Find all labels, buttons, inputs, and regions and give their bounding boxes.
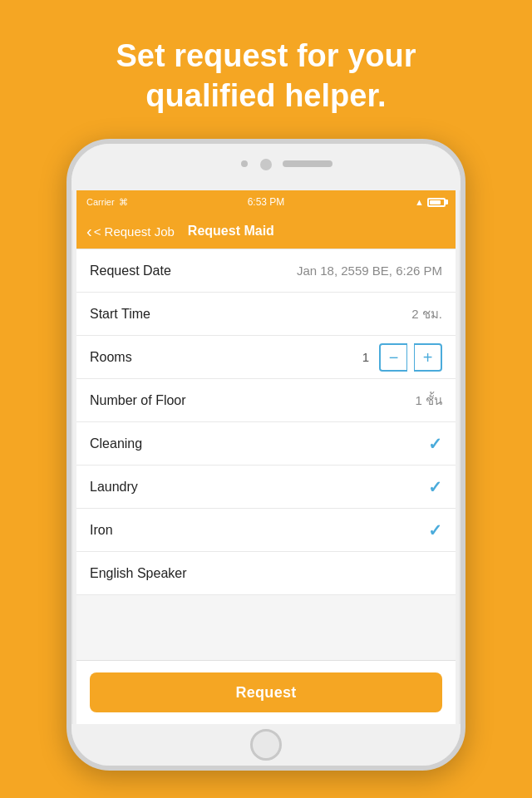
iron-label: Iron — [90, 523, 113, 538]
back-label[interactable]: < Request Job — [94, 224, 175, 239]
header-line1: Set request for your — [116, 38, 416, 73]
phone-shell: Carrier ⌘ 6:53 PM ▲ ‹ < Request Job Requ… — [66, 139, 466, 771]
request-date-label: Request Date — [90, 264, 171, 278]
request-button[interactable]: Request — [90, 672, 442, 712]
english-speaker-label: English Speaker — [90, 566, 187, 581]
laundry-label: Laundry — [90, 480, 138, 495]
form-content: Request Date Jan 18, 2559 BE, 6:26 PM St… — [76, 249, 456, 660]
nav-bar: ‹ < Request Job Request Maid — [76, 214, 456, 249]
signal-icon: ▲ — [415, 197, 424, 207]
laundry-check-icon: ✓ — [428, 477, 442, 497]
form-section: Request Date Jan 18, 2559 BE, 6:26 PM St… — [76, 249, 456, 595]
carrier-label: Carrier — [86, 197, 115, 207]
rooms-stepper: 1 − + — [362, 343, 442, 372]
phone-dot — [241, 160, 248, 167]
rooms-label: Rooms — [90, 350, 132, 365]
rooms-row: Rooms 1 − + — [76, 336, 456, 379]
back-button[interactable]: ‹ < Request Job — [86, 222, 175, 241]
phone-bottom — [71, 724, 461, 766]
bottom-area: Request — [76, 660, 456, 724]
start-time-label: Start Time — [90, 307, 150, 322]
nav-title: Request Maid — [188, 224, 274, 239]
battery-fill — [430, 200, 441, 204]
home-button[interactable] — [250, 729, 282, 761]
english-speaker-row[interactable]: English Speaker — [76, 552, 456, 595]
start-time-row: Start Time 2 ชม. — [76, 293, 456, 336]
laundry-row[interactable]: Laundry ✓ — [76, 466, 456, 509]
phone-top-bar — [71, 144, 461, 190]
status-bar: Carrier ⌘ 6:53 PM ▲ — [76, 190, 456, 214]
cleaning-row[interactable]: Cleaning ✓ — [76, 422, 456, 466]
iron-row[interactable]: Iron ✓ — [76, 509, 456, 552]
phone-screen: Carrier ⌘ 6:53 PM ▲ ‹ < Request Job Requ… — [76, 190, 456, 724]
back-chevron-icon: ‹ — [86, 222, 92, 241]
header-section: Set request for your qualified helper. — [66, 0, 466, 139]
header-line2: qualified helper. — [145, 78, 386, 113]
cleaning-label: Cleaning — [90, 436, 142, 451]
start-time-value: 2 ชม. — [411, 304, 442, 324]
request-date-row: Request Date Jan 18, 2559 BE, 6:26 PM — [76, 249, 456, 293]
floor-value: 1 ชั้น — [415, 391, 442, 411]
floor-row: Number of Floor 1 ชั้น — [76, 379, 456, 422]
battery-icon — [427, 198, 446, 207]
phone-camera — [260, 159, 272, 170]
rooms-decrement-button[interactable]: − — [379, 343, 407, 372]
rooms-increment-button[interactable]: + — [414, 343, 442, 372]
phone-speaker — [283, 160, 332, 167]
floor-label: Number of Floor — [90, 393, 186, 408]
status-left: Carrier ⌘ — [86, 197, 128, 208]
rooms-value: 1 — [362, 350, 369, 364]
status-right: ▲ — [415, 197, 446, 207]
status-time: 6:53 PM — [248, 196, 285, 208]
cleaning-check-icon: ✓ — [428, 434, 442, 454]
request-date-value: Jan 18, 2559 BE, 6:26 PM — [297, 264, 442, 278]
wifi-icon: ⌘ — [119, 197, 128, 208]
iron-check-icon: ✓ — [428, 520, 442, 540]
